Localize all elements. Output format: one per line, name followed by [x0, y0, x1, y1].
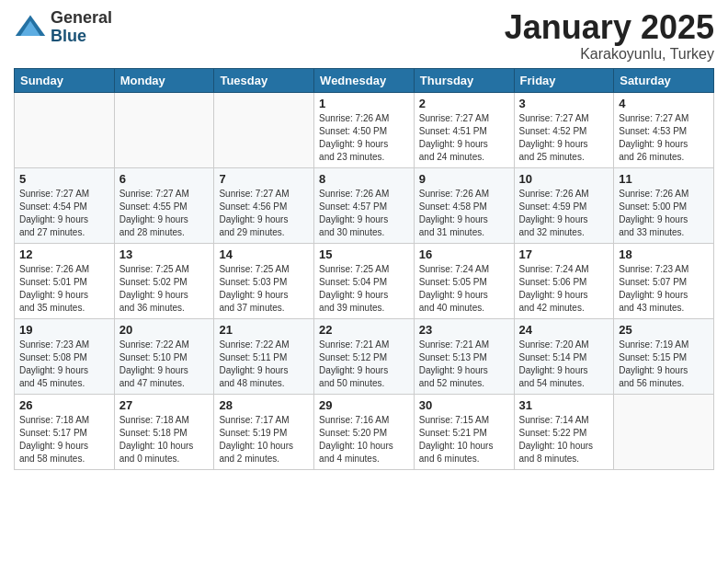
table-row: 23Sunrise: 7:21 AM Sunset: 5:13 PM Dayli…: [414, 318, 514, 394]
table-row: 21Sunrise: 7:22 AM Sunset: 5:11 PM Dayli…: [214, 318, 314, 394]
month-title: January 2025: [505, 9, 714, 46]
table-row: 5Sunrise: 7:27 AM Sunset: 4:54 PM Daylig…: [15, 167, 115, 243]
day-info: Sunrise: 7:18 AM Sunset: 5:17 PM Dayligh…: [19, 414, 109, 465]
day-number: 9: [419, 172, 509, 186]
day-info: Sunrise: 7:15 AM Sunset: 5:21 PM Dayligh…: [419, 414, 509, 465]
day-info: Sunrise: 7:26 AM Sunset: 5:01 PM Dayligh…: [19, 263, 109, 315]
table-row: 29Sunrise: 7:16 AM Sunset: 5:20 PM Dayli…: [314, 394, 415, 469]
calendar-week-1: 5Sunrise: 7:27 AM Sunset: 4:54 PM Daylig…: [15, 167, 714, 243]
table-row: 14Sunrise: 7:25 AM Sunset: 5:03 PM Dayli…: [214, 243, 314, 318]
table-row: 12Sunrise: 7:26 AM Sunset: 5:01 PM Dayli…: [15, 243, 115, 318]
calendar-header-row: Sunday Monday Tuesday Wednesday Thursday…: [15, 68, 714, 92]
table-row: 18Sunrise: 7:23 AM Sunset: 5:07 PM Dayli…: [614, 243, 714, 318]
table-row: 24Sunrise: 7:20 AM Sunset: 5:14 PM Dayli…: [514, 318, 614, 394]
day-info: Sunrise: 7:21 AM Sunset: 5:12 PM Dayligh…: [319, 339, 409, 390]
logo-text: General Blue: [51, 9, 112, 46]
table-row: 2Sunrise: 7:27 AM Sunset: 4:51 PM Daylig…: [414, 92, 514, 167]
header-friday: Friday: [514, 68, 614, 92]
page-container: General Blue January 2025 Karakoyunlu, T…: [0, 0, 728, 475]
day-number: 11: [619, 172, 709, 186]
table-row: 19Sunrise: 7:23 AM Sunset: 5:08 PM Dayli…: [15, 318, 115, 394]
day-info: Sunrise: 7:22 AM Sunset: 5:11 PM Dayligh…: [219, 339, 309, 390]
logo-blue: Blue: [51, 28, 112, 46]
header-thursday: Thursday: [414, 68, 514, 92]
day-number: 30: [419, 398, 509, 412]
day-info: Sunrise: 7:25 AM Sunset: 5:04 PM Dayligh…: [319, 263, 409, 315]
header-sunday: Sunday: [15, 68, 115, 92]
day-info: Sunrise: 7:20 AM Sunset: 5:14 PM Dayligh…: [519, 339, 609, 390]
table-row: 8Sunrise: 7:26 AM Sunset: 4:57 PM Daylig…: [314, 167, 415, 243]
day-number: 21: [219, 323, 309, 337]
day-info: Sunrise: 7:25 AM Sunset: 5:02 PM Dayligh…: [119, 263, 210, 315]
table-row: 9Sunrise: 7:26 AM Sunset: 4:58 PM Daylig…: [414, 167, 514, 243]
day-info: Sunrise: 7:27 AM Sunset: 4:56 PM Dayligh…: [219, 188, 309, 239]
day-number: 3: [519, 97, 609, 110]
day-number: 20: [119, 323, 210, 337]
day-number: 18: [619, 247, 709, 261]
header-wednesday: Wednesday: [314, 68, 415, 92]
day-number: 15: [319, 247, 409, 261]
calendar-week-3: 19Sunrise: 7:23 AM Sunset: 5:08 PM Dayli…: [15, 318, 714, 394]
day-number: 22: [319, 323, 409, 337]
day-number: 10: [519, 172, 609, 186]
day-info: Sunrise: 7:19 AM Sunset: 5:15 PM Dayligh…: [619, 339, 709, 390]
day-info: Sunrise: 7:23 AM Sunset: 5:08 PM Dayligh…: [19, 339, 109, 390]
day-number: 8: [319, 172, 409, 186]
table-row: 3Sunrise: 7:27 AM Sunset: 4:52 PM Daylig…: [514, 92, 614, 167]
day-info: Sunrise: 7:26 AM Sunset: 4:50 PM Dayligh…: [319, 112, 409, 164]
day-info: Sunrise: 7:26 AM Sunset: 5:00 PM Dayligh…: [619, 188, 709, 239]
day-number: 31: [519, 398, 609, 412]
day-info: Sunrise: 7:26 AM Sunset: 4:58 PM Dayligh…: [419, 188, 509, 239]
day-number: 24: [519, 323, 609, 337]
table-row: 26Sunrise: 7:18 AM Sunset: 5:17 PM Dayli…: [15, 394, 115, 469]
day-number: 6: [119, 172, 210, 186]
day-info: Sunrise: 7:22 AM Sunset: 5:10 PM Dayligh…: [119, 339, 210, 390]
day-number: 17: [519, 247, 609, 261]
day-info: Sunrise: 7:27 AM Sunset: 4:51 PM Dayligh…: [419, 112, 509, 164]
day-info: Sunrise: 7:24 AM Sunset: 5:06 PM Dayligh…: [519, 263, 609, 315]
table-row: 6Sunrise: 7:27 AM Sunset: 4:55 PM Daylig…: [114, 167, 214, 243]
table-row: 4Sunrise: 7:27 AM Sunset: 4:53 PM Daylig…: [614, 92, 714, 167]
day-info: Sunrise: 7:27 AM Sunset: 4:54 PM Dayligh…: [19, 188, 109, 239]
logo: General Blue: [14, 9, 112, 46]
table-row: 1Sunrise: 7:26 AM Sunset: 4:50 PM Daylig…: [314, 92, 415, 167]
header: General Blue January 2025 Karakoyunlu, T…: [14, 9, 714, 63]
calendar-week-2: 12Sunrise: 7:26 AM Sunset: 5:01 PM Dayli…: [15, 243, 714, 318]
day-number: 29: [319, 398, 409, 412]
table-row: 22Sunrise: 7:21 AM Sunset: 5:12 PM Dayli…: [314, 318, 415, 394]
header-monday: Monday: [114, 68, 214, 92]
day-info: Sunrise: 7:14 AM Sunset: 5:22 PM Dayligh…: [519, 414, 609, 465]
day-info: Sunrise: 7:16 AM Sunset: 5:20 PM Dayligh…: [319, 414, 409, 465]
day-number: 14: [219, 247, 309, 261]
logo-general: General: [51, 9, 112, 28]
day-number: 27: [119, 398, 210, 412]
table-row: [15, 92, 115, 167]
table-row: [614, 394, 714, 469]
calendar-table: Sunday Monday Tuesday Wednesday Thursday…: [14, 68, 714, 470]
table-row: 28Sunrise: 7:17 AM Sunset: 5:19 PM Dayli…: [214, 394, 314, 469]
day-number: 12: [19, 247, 109, 261]
table-row: 31Sunrise: 7:14 AM Sunset: 5:22 PM Dayli…: [514, 394, 614, 469]
header-tuesday: Tuesday: [214, 68, 314, 92]
logo-icon: [14, 11, 47, 44]
location: Karakoyunlu, Turkey: [505, 46, 714, 63]
day-info: Sunrise: 7:27 AM Sunset: 4:55 PM Dayligh…: [119, 188, 210, 239]
day-number: 23: [419, 323, 509, 337]
day-number: 26: [19, 398, 109, 412]
day-info: Sunrise: 7:26 AM Sunset: 4:59 PM Dayligh…: [519, 188, 609, 239]
day-number: 25: [619, 323, 709, 337]
day-number: 28: [219, 398, 309, 412]
day-info: Sunrise: 7:26 AM Sunset: 4:57 PM Dayligh…: [319, 188, 409, 239]
table-row: 27Sunrise: 7:18 AM Sunset: 5:18 PM Dayli…: [114, 394, 214, 469]
calendar-week-0: 1Sunrise: 7:26 AM Sunset: 4:50 PM Daylig…: [15, 92, 714, 167]
table-row: 15Sunrise: 7:25 AM Sunset: 5:04 PM Dayli…: [314, 243, 415, 318]
table-row: [214, 92, 314, 167]
table-row: 20Sunrise: 7:22 AM Sunset: 5:10 PM Dayli…: [114, 318, 214, 394]
table-row: 25Sunrise: 7:19 AM Sunset: 5:15 PM Dayli…: [614, 318, 714, 394]
day-info: Sunrise: 7:17 AM Sunset: 5:19 PM Dayligh…: [219, 414, 309, 465]
day-number: 1: [319, 97, 409, 110]
day-number: 19: [19, 323, 109, 337]
day-number: 13: [119, 247, 210, 261]
day-info: Sunrise: 7:25 AM Sunset: 5:03 PM Dayligh…: [219, 263, 309, 315]
title-block: January 2025 Karakoyunlu, Turkey: [505, 9, 714, 63]
